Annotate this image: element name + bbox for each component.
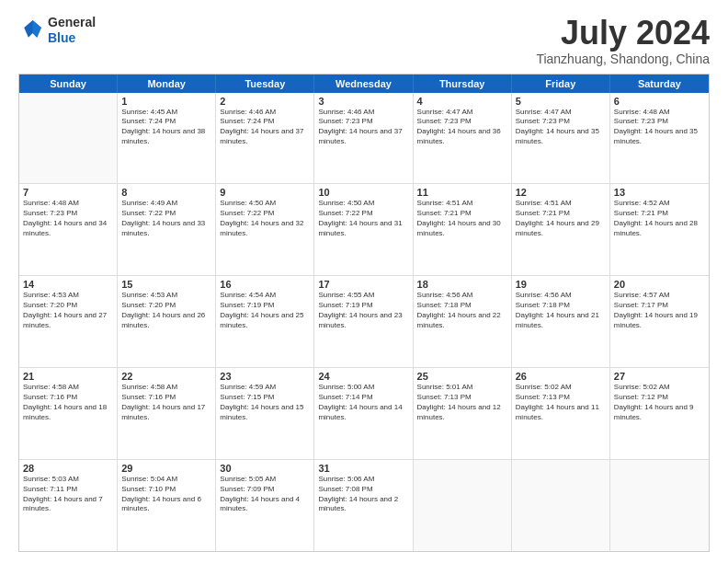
day-number: 18	[417, 279, 507, 290]
day-number: 29	[121, 463, 211, 474]
calendar-cell: 7Sunrise: 4:48 AMSunset: 7:23 PMDaylight…	[19, 184, 118, 275]
calendar-row: 28Sunrise: 5:03 AMSunset: 7:11 PMDayligh…	[19, 460, 709, 551]
calendar-cell: 15Sunrise: 4:53 AMSunset: 7:20 PMDayligh…	[118, 276, 216, 367]
calendar-cell: 5Sunrise: 4:47 AMSunset: 7:23 PMDaylight…	[512, 93, 610, 184]
calendar-cell: 12Sunrise: 4:51 AMSunset: 7:21 PMDayligh…	[512, 184, 610, 275]
header: General Blue July 2024 Tianzhuang, Shand…	[18, 15, 710, 66]
logo-general: General	[48, 15, 96, 30]
day-number: 27	[614, 371, 705, 382]
month-title: July 2024	[536, 15, 710, 52]
cell-info: Sunrise: 4:50 AMSunset: 7:22 PMDaylight:…	[220, 199, 310, 238]
day-number: 5	[516, 96, 606, 107]
day-number: 16	[220, 279, 310, 290]
day-number: 10	[318, 187, 408, 198]
cell-info: Sunrise: 5:00 AMSunset: 7:14 PMDaylight:…	[318, 383, 408, 422]
calendar-cell: 20Sunrise: 4:57 AMSunset: 7:17 PMDayligh…	[610, 276, 709, 367]
cell-info: Sunrise: 5:02 AMSunset: 7:13 PMDaylight:…	[516, 383, 606, 422]
cell-info: Sunrise: 5:05 AMSunset: 7:09 PMDaylight:…	[220, 475, 310, 514]
cell-info: Sunrise: 4:51 AMSunset: 7:21 PMDaylight:…	[516, 199, 606, 238]
cell-info: Sunrise: 4:48 AMSunset: 7:23 PMDaylight:…	[23, 199, 113, 238]
weekday-header: Friday	[512, 75, 610, 93]
day-number: 28	[23, 463, 113, 474]
day-number: 24	[318, 371, 408, 382]
page: General Blue July 2024 Tianzhuang, Shand…	[0, 0, 728, 563]
logo-icon	[18, 17, 44, 43]
day-number: 2	[220, 96, 310, 107]
calendar-cell: 26Sunrise: 5:02 AMSunset: 7:13 PMDayligh…	[512, 368, 610, 459]
day-number: 8	[121, 187, 211, 198]
cell-info: Sunrise: 4:47 AMSunset: 7:23 PMDaylight:…	[516, 108, 606, 147]
day-number: 26	[516, 371, 606, 382]
cell-info: Sunrise: 4:48 AMSunset: 7:23 PMDaylight:…	[614, 108, 705, 147]
cell-info: Sunrise: 4:47 AMSunset: 7:23 PMDaylight:…	[417, 108, 507, 147]
cell-info: Sunrise: 4:53 AMSunset: 7:20 PMDaylight:…	[23, 291, 113, 330]
calendar-cell: 16Sunrise: 4:54 AMSunset: 7:19 PMDayligh…	[216, 276, 314, 367]
calendar-cell: 18Sunrise: 4:56 AMSunset: 7:18 PMDayligh…	[414, 276, 512, 367]
calendar-cell: 13Sunrise: 4:52 AMSunset: 7:21 PMDayligh…	[610, 184, 709, 275]
calendar-row: 21Sunrise: 4:58 AMSunset: 7:16 PMDayligh…	[19, 368, 709, 460]
weekday-header: Saturday	[610, 75, 709, 93]
cell-info: Sunrise: 5:06 AMSunset: 7:08 PMDaylight:…	[318, 475, 408, 514]
cell-info: Sunrise: 4:55 AMSunset: 7:19 PMDaylight:…	[318, 291, 408, 330]
calendar-cell: 21Sunrise: 4:58 AMSunset: 7:16 PMDayligh…	[19, 368, 118, 459]
weekday-header: Sunday	[19, 75, 118, 93]
cell-info: Sunrise: 5:02 AMSunset: 7:12 PMDaylight:…	[614, 383, 705, 422]
weekday-header: Monday	[118, 75, 216, 93]
calendar-cell: 31Sunrise: 5:06 AMSunset: 7:08 PMDayligh…	[314, 460, 413, 551]
logo-text: General Blue	[48, 15, 96, 46]
cell-info: Sunrise: 4:53 AMSunset: 7:20 PMDaylight:…	[121, 291, 211, 330]
day-number: 6	[614, 96, 705, 107]
day-number: 3	[318, 96, 408, 107]
weekday-header: Tuesday	[216, 75, 314, 93]
day-number: 31	[318, 463, 408, 474]
calendar-cell: 17Sunrise: 4:55 AMSunset: 7:19 PMDayligh…	[314, 276, 413, 367]
cell-info: Sunrise: 4:51 AMSunset: 7:21 PMDaylight:…	[417, 199, 507, 238]
calendar-cell: 22Sunrise: 4:58 AMSunset: 7:16 PMDayligh…	[118, 368, 216, 459]
calendar-cell: 19Sunrise: 4:56 AMSunset: 7:18 PMDayligh…	[512, 276, 610, 367]
cell-info: Sunrise: 4:50 AMSunset: 7:22 PMDaylight:…	[318, 199, 408, 238]
calendar-cell: 10Sunrise: 4:50 AMSunset: 7:22 PMDayligh…	[314, 184, 413, 275]
day-number: 14	[23, 279, 113, 290]
calendar-row: 7Sunrise: 4:48 AMSunset: 7:23 PMDaylight…	[19, 184, 709, 276]
day-number: 22	[121, 371, 211, 382]
calendar-cell: 1Sunrise: 4:45 AMSunset: 7:24 PMDaylight…	[118, 93, 216, 184]
calendar-cell: 30Sunrise: 5:05 AMSunset: 7:09 PMDayligh…	[216, 460, 314, 551]
day-number: 25	[417, 371, 507, 382]
cell-info: Sunrise: 5:04 AMSunset: 7:10 PMDaylight:…	[121, 475, 211, 514]
cell-info: Sunrise: 4:58 AMSunset: 7:16 PMDaylight:…	[121, 383, 211, 422]
cell-info: Sunrise: 4:57 AMSunset: 7:17 PMDaylight:…	[614, 291, 705, 330]
day-number: 9	[220, 187, 310, 198]
calendar-cell: 29Sunrise: 5:04 AMSunset: 7:10 PMDayligh…	[118, 460, 216, 551]
day-number: 21	[23, 371, 113, 382]
calendar-cell: 11Sunrise: 4:51 AMSunset: 7:21 PMDayligh…	[414, 184, 512, 275]
title-block: July 2024 Tianzhuang, Shandong, China	[536, 15, 710, 66]
calendar-cell: 23Sunrise: 4:59 AMSunset: 7:15 PMDayligh…	[216, 368, 314, 459]
cell-info: Sunrise: 4:46 AMSunset: 7:23 PMDaylight:…	[318, 108, 408, 147]
calendar-cell: 9Sunrise: 4:50 AMSunset: 7:22 PMDaylight…	[216, 184, 314, 275]
weekday-header: Wednesday	[314, 75, 413, 93]
cell-info: Sunrise: 4:58 AMSunset: 7:16 PMDaylight:…	[23, 383, 113, 422]
cell-info: Sunrise: 5:01 AMSunset: 7:13 PMDaylight:…	[417, 383, 507, 422]
calendar-row: 1Sunrise: 4:45 AMSunset: 7:24 PMDaylight…	[19, 93, 709, 185]
calendar-cell: 2Sunrise: 4:46 AMSunset: 7:24 PMDaylight…	[216, 93, 314, 184]
calendar: SundayMondayTuesdayWednesdayThursdayFrid…	[18, 74, 710, 552]
cell-info: Sunrise: 4:52 AMSunset: 7:21 PMDaylight:…	[614, 199, 705, 238]
calendar-cell: 3Sunrise: 4:46 AMSunset: 7:23 PMDaylight…	[314, 93, 413, 184]
cell-info: Sunrise: 4:59 AMSunset: 7:15 PMDaylight:…	[220, 383, 310, 422]
cell-info: Sunrise: 5:03 AMSunset: 7:11 PMDaylight:…	[23, 475, 113, 514]
day-number: 23	[220, 371, 310, 382]
calendar-cell: 14Sunrise: 4:53 AMSunset: 7:20 PMDayligh…	[19, 276, 118, 367]
calendar-body: 1Sunrise: 4:45 AMSunset: 7:24 PMDaylight…	[19, 93, 709, 551]
cell-info: Sunrise: 4:46 AMSunset: 7:24 PMDaylight:…	[220, 108, 310, 147]
calendar-row: 14Sunrise: 4:53 AMSunset: 7:20 PMDayligh…	[19, 276, 709, 368]
svg-marker-1	[33, 20, 41, 38]
cell-info: Sunrise: 4:54 AMSunset: 7:19 PMDaylight:…	[220, 291, 310, 330]
cell-info: Sunrise: 4:49 AMSunset: 7:22 PMDaylight:…	[121, 199, 211, 238]
calendar-cell: 27Sunrise: 5:02 AMSunset: 7:12 PMDayligh…	[610, 368, 709, 459]
calendar-cell: 25Sunrise: 5:01 AMSunset: 7:13 PMDayligh…	[414, 368, 512, 459]
day-number: 20	[614, 279, 705, 290]
day-number: 30	[220, 463, 310, 474]
calendar-cell: 24Sunrise: 5:00 AMSunset: 7:14 PMDayligh…	[314, 368, 413, 459]
day-number: 1	[121, 96, 211, 107]
calendar-cell	[610, 460, 709, 551]
